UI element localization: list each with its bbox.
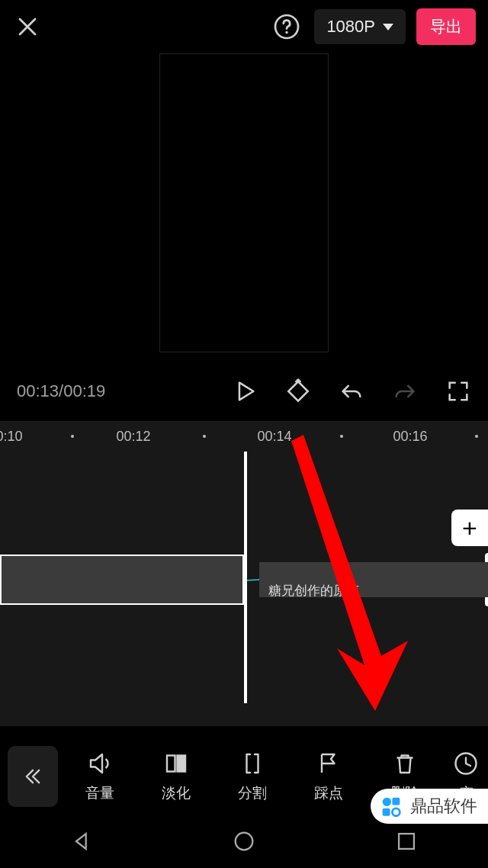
- video-preview: [0, 53, 488, 372]
- fullscreen-button[interactable]: [445, 378, 471, 404]
- nav-home[interactable]: [231, 828, 257, 854]
- close-button[interactable]: [12, 11, 43, 42]
- time-display: 00:13/00:19: [17, 381, 105, 401]
- timeline[interactable]: 0:10 00:12 00:14 00:16 糖兄创作的原声 +: [0, 421, 488, 726]
- keyframe-button[interactable]: [285, 378, 311, 404]
- undo-button[interactable]: [339, 378, 364, 404]
- collapse-button[interactable]: [8, 746, 58, 807]
- svg-rect-8: [392, 798, 400, 805]
- svg-rect-2: [167, 756, 175, 772]
- undo-icon: [339, 378, 364, 404]
- svg-point-5: [236, 833, 253, 850]
- watermark-logo-icon: [378, 793, 404, 819]
- tool-fade[interactable]: 淡化: [142, 750, 210, 803]
- ruler-label: 00:16: [393, 429, 427, 445]
- audio-clip-selected[interactable]: [0, 555, 244, 605]
- svg-point-10: [392, 809, 400, 816]
- play-icon: [232, 378, 258, 404]
- help-button[interactable]: [271, 11, 302, 42]
- watermark: 鼎品软件: [371, 789, 488, 824]
- svg-rect-6: [399, 834, 414, 849]
- flag-icon: [315, 750, 342, 777]
- triangle-left-icon: [69, 828, 95, 854]
- timeline-ruler: 0:10 00:12 00:14 00:16: [0, 421, 488, 452]
- tool-split[interactable]: 分割: [218, 750, 287, 803]
- redo-button[interactable]: [392, 378, 418, 404]
- plus-icon: +: [462, 513, 477, 543]
- tool-beat[interactable]: 踩点: [294, 750, 363, 803]
- chevron-double-left-icon: [22, 766, 43, 787]
- close-icon: [16, 15, 39, 38]
- watermark-text: 鼎品软件: [410, 795, 477, 818]
- clip-label: 糖兄创作的原声: [268, 582, 359, 600]
- square-icon: [393, 828, 419, 854]
- play-button[interactable]: [232, 378, 258, 404]
- ruler-label: 0:10: [0, 429, 23, 445]
- resolution-selector[interactable]: 1080P: [314, 9, 406, 44]
- transport-bar: 00:13/00:19: [0, 372, 488, 410]
- top-bar: 1080P 导出: [0, 0, 488, 53]
- resolution-label: 1080P: [326, 17, 375, 37]
- svg-rect-9: [383, 809, 390, 816]
- svg-point-1: [286, 31, 288, 34]
- nav-recent[interactable]: [393, 828, 419, 854]
- tool-volume[interactable]: 音量: [66, 750, 134, 803]
- ruler-label: 00:14: [257, 429, 291, 445]
- speed-icon: [452, 750, 480, 777]
- volume-icon: [86, 750, 114, 777]
- export-button[interactable]: 导出: [416, 8, 476, 45]
- help-icon: [273, 13, 300, 40]
- ruler-label: 00:12: [116, 429, 150, 445]
- fullscreen-icon: [445, 378, 471, 404]
- playhead[interactable]: [244, 452, 247, 703]
- redo-icon: [392, 378, 418, 404]
- add-track-button[interactable]: +: [451, 510, 488, 546]
- keyframe-icon: [285, 378, 311, 404]
- delete-icon: [391, 750, 419, 777]
- circle-icon: [231, 828, 257, 854]
- video-frame[interactable]: [159, 53, 329, 352]
- chevron-down-icon: [383, 24, 393, 31]
- fade-icon: [162, 750, 190, 777]
- split-icon: [239, 750, 266, 777]
- svg-rect-3: [178, 756, 186, 772]
- svg-point-7: [383, 798, 391, 806]
- nav-back[interactable]: [69, 828, 95, 854]
